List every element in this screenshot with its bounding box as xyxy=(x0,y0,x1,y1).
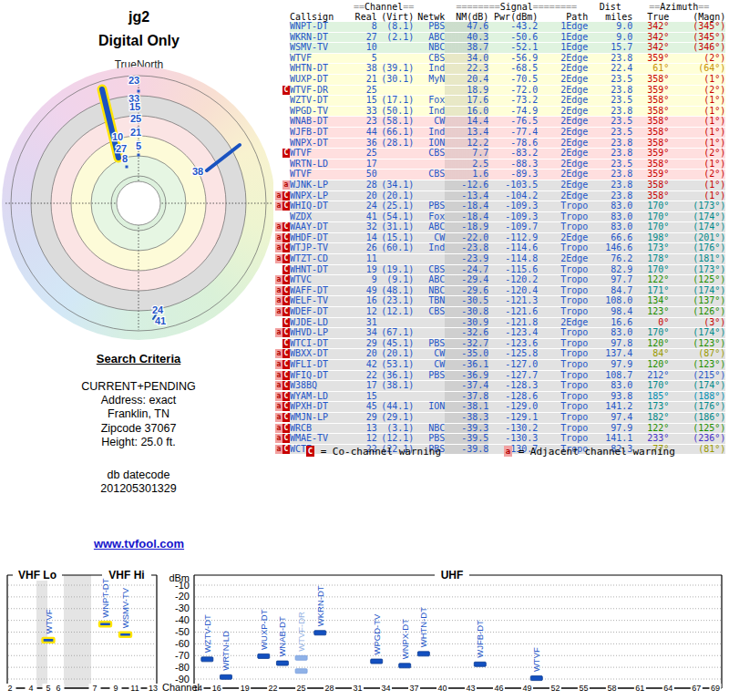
cell-real: 33 xyxy=(354,106,377,117)
table-row: aWJNK-LP28(34.1)-12.6-103.52Edge23.8358°… xyxy=(273,180,725,190)
cell-miles: 83.0 xyxy=(588,328,632,339)
cell-virt: (15.1) xyxy=(377,232,415,243)
cell-callsign: WAAY-DT xyxy=(290,222,354,233)
cell-pwr: -128.6 xyxy=(488,391,538,402)
cell-real: 15 xyxy=(354,96,377,107)
co-channel-icon: C xyxy=(306,446,314,457)
adjacent-channel-warning-icon: a xyxy=(275,243,282,252)
signal-bar-label: WNPT-DT xyxy=(100,578,110,617)
cell-nm: -13.4 xyxy=(445,190,488,201)
cell-miles: 23.5 xyxy=(588,127,632,138)
cell-magn: (2°) xyxy=(669,149,725,160)
cell-callsign: WTVF xyxy=(290,53,354,64)
signal-bar-label: WTVF xyxy=(531,647,541,672)
search-criteria-panel: Search Criteria CURRENT+PENDING Address:… xyxy=(29,352,248,496)
cell-netwk: Ind xyxy=(414,106,445,117)
cell-virt: (44.1) xyxy=(377,402,415,413)
cell-path: 2Edge xyxy=(538,85,588,96)
cell-real: 28 xyxy=(354,180,377,190)
cell-nm: -29.4 xyxy=(445,275,488,286)
signal-bar-label: WUXP-DT xyxy=(259,609,269,650)
adjacent-channel-warning-icon: a xyxy=(275,222,282,232)
cell-nm: -23.8 xyxy=(445,243,488,254)
cell-nm: -18.9 xyxy=(445,222,488,233)
cell-miles: 23.8 xyxy=(588,85,632,96)
cell-real: 26 xyxy=(354,243,377,254)
cell-nm: -38.3 xyxy=(445,412,488,423)
cell-miles: 108.0 xyxy=(588,296,632,307)
cell-true: 185° xyxy=(632,391,669,402)
channel-axis-title: Channel xyxy=(162,682,200,693)
cell-virt: (66.1) xyxy=(377,127,415,138)
cell-netwk: CW xyxy=(414,349,445,360)
cell-callsign: WZDX xyxy=(290,211,354,222)
warning-markers: aC xyxy=(273,307,290,318)
spectrum-chart: VHF LoVHF HiUHFdBm-10-20-30-40-50-60-70-… xyxy=(0,560,729,700)
cell-true: 61° xyxy=(632,64,669,75)
co-channel-warning-icon: C xyxy=(282,424,290,433)
cell-magn: (3°) xyxy=(669,317,725,328)
cell-true: 173° xyxy=(632,243,669,254)
cell-true: 342° xyxy=(632,22,669,32)
cell-magn: (345°) xyxy=(669,22,725,32)
cell-callsign: WBXX-DT xyxy=(290,349,354,360)
warning-markers xyxy=(273,138,290,149)
cell-true: 170° xyxy=(632,201,669,212)
cell-virt: (54.1) xyxy=(377,211,415,222)
cell-real: 36 xyxy=(354,138,377,149)
channel-tick-label: 7 xyxy=(92,684,97,693)
adjacent-channel-warning-icon: a xyxy=(275,413,282,422)
co-channel-warning-icon: C xyxy=(282,339,290,348)
co-channel-warning-icon: C xyxy=(282,286,290,295)
cell-magn: (174°) xyxy=(669,285,725,296)
cell-pwr: -123.6 xyxy=(488,338,538,349)
warning-markers: C xyxy=(273,264,290,275)
table-row: WNAB-DT23(58.1)CW14.4-76.52Edge23.5358°(… xyxy=(273,117,725,128)
cell-magn: (125°) xyxy=(669,275,725,286)
channel-tick-label: 40 xyxy=(437,684,447,693)
warning-markers: aC xyxy=(273,412,290,423)
cell-callsign: WTVF-DR xyxy=(290,85,354,96)
cell-nm: 13.4 xyxy=(445,127,488,138)
cell-pwr: -123.4 xyxy=(488,328,538,339)
cell-nm: 22.3 xyxy=(445,64,488,75)
cell-real: 15 xyxy=(354,391,377,402)
cell-miles: 137.4 xyxy=(588,349,632,360)
cell-real: 9 xyxy=(354,275,377,286)
tvfool-link[interactable]: www.tvfool.com xyxy=(87,537,191,551)
cell-true: 134° xyxy=(632,296,669,307)
cell-nm: -39.5 xyxy=(445,434,488,445)
cell-magn: (125°) xyxy=(669,423,725,434)
cell-pwr: -72.0 xyxy=(488,85,538,96)
cell-virt: (50.1) xyxy=(377,106,415,117)
signal-bar-wnpx-dt xyxy=(399,664,411,668)
adjacent-channel-warning-icon: a xyxy=(275,371,282,380)
table-header-groups: ==Channel== ========Signal======== Dist … xyxy=(273,2,725,12)
co-channel-warning-icon: C xyxy=(282,371,290,380)
signal-bar-label: WSMV-TV xyxy=(120,587,130,628)
adjacent-channel-warning-icon: a xyxy=(275,191,282,201)
cell-magn: (345°) xyxy=(669,32,725,43)
table-row: aCWFLI-DT42(53.1)CW-36.1-127.0Tropo97.91… xyxy=(273,360,725,371)
table-row: aCWFIQ-DT22(36.1)PBS-36.9-127.7Tropo108.… xyxy=(273,370,725,381)
co-channel-warning-icon: C xyxy=(282,413,290,422)
cell-callsign: WHIQ-DT xyxy=(290,201,354,212)
table-row: WKRN-DT27(2.1)ABC40.3-50.61Edge9.0342°(3… xyxy=(273,32,725,43)
search-criteria-heading: Search Criteria xyxy=(29,352,248,365)
cell-magn: (1°) xyxy=(669,117,725,128)
cell-real: 22 xyxy=(354,370,377,381)
cell-true: 359° xyxy=(632,53,669,64)
dbm-tick-label: -10 xyxy=(175,580,190,591)
co-channel-warning-icon: C xyxy=(282,328,290,337)
cell-pwr: -128.3 xyxy=(488,381,538,392)
co-channel-warning-icon: C xyxy=(282,191,290,201)
channel-tick-label: 4 xyxy=(28,684,33,693)
adjacent-channel-warning-icon: a xyxy=(275,307,282,316)
table-row: WUXP-DT21(30.1)MyN20.4-70.52Edge23.5358°… xyxy=(273,74,725,85)
vhf-hi-label: VHF Hi xyxy=(108,569,144,582)
cell-callsign: WMJN-LP xyxy=(290,412,354,423)
warning-markers xyxy=(273,117,290,128)
warning-legend: C = Co-channel warning a = Adjacent chan… xyxy=(273,446,724,458)
channel-tick-label: 2 xyxy=(7,684,12,693)
adjacent-channel-warning-icon: a xyxy=(275,402,282,411)
